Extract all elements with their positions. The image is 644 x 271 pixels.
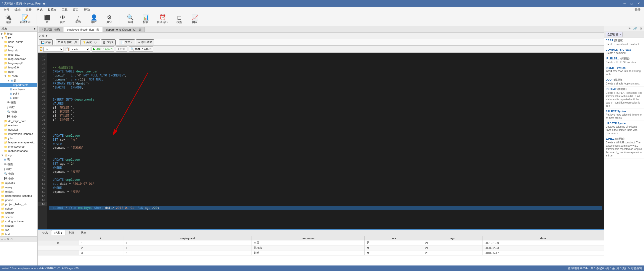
snippet-update[interactable]: UPDATE Syntax Updates columns of existin…: [604, 121, 644, 136]
sidebar-item-project-biding[interactable]: 📁 project_biding_db: [0, 202, 37, 207]
sidebar-item-blogv2[interactable]: 📁 blogv2.0: [0, 65, 37, 70]
sidebar-item-my-queries[interactable]: 🔍 查询: [0, 171, 37, 176]
sidebar-item-student[interactable]: 📁 student: [0, 224, 37, 228]
sidebar-item-functions[interactable]: ƒ 函数: [0, 105, 37, 110]
sidebar-item-base-admin[interactable]: 📁 base_admin: [0, 40, 37, 44]
sidebar-item-league[interactable]: 📁 league_managesystem: [0, 140, 37, 145]
sidebar-item-views[interactable]: 👁 视图: [0, 100, 37, 105]
minimize-btn[interactable]: ─: [621, 1, 628, 6]
sidebar-add-btn[interactable]: +: [1, 237, 3, 241]
sidebar-item-test[interactable]: 📁 test: [0, 232, 37, 236]
snippet-if-else[interactable]: IF...ELSE... (简易版) Create a IF...ELSE co…: [604, 56, 644, 65]
sidebar-item-csdn[interactable]: ▼ 📁 csdn: [0, 74, 37, 78]
menu-edit[interactable]: 编辑: [12, 7, 23, 13]
toolbar-chart[interactable]: 📈 图表: [189, 14, 201, 25]
sidebar-item-my[interactable]: ▼ 🗄 my: [0, 153, 37, 157]
results-tab-status[interactable]: 状态: [77, 230, 90, 235]
schema-select[interactable]: csdn: [70, 47, 90, 52]
tab-untitled-query[interactable]: * 无标题 - 查询: [39, 27, 63, 32]
sidebar-item-db-lezjie[interactable]: 📁 db_lezjie_note: [0, 119, 37, 123]
sidebar-item-point[interactable]: ⊞ point: [0, 92, 37, 96]
sidebar-close-btn[interactable]: ✕: [7, 237, 10, 241]
sidebar-item-mobiledatabase[interactable]: 📁 mobiledatabase: [0, 149, 37, 153]
beautify-button[interactable]: ✨ 美化 SQL: [80, 39, 100, 45]
toolbar-other[interactable]: ⚙ 其它: [103, 14, 116, 25]
sidebar-item-phone[interactable]: 📁 phone: [0, 198, 37, 202]
snippet-while[interactable]: WHILE (简易版) Create a WHILE construct. Th…: [604, 136, 644, 158]
toolbar-table[interactable]: ⬛ 表: [41, 15, 53, 24]
toolbar-autorun[interactable]: ⏰ 自动运行: [155, 14, 170, 25]
menu-view[interactable]: 查看: [23, 7, 34, 13]
sidebar-item-book[interactable]: 📁 book: [0, 70, 37, 74]
sidebar-item-eladmin[interactable]: 📁 eladmin: [0, 123, 37, 128]
snippet-select[interactable]: SELECT Syntax Retrieve rows selected fro…: [604, 109, 644, 121]
results-tab-result1[interactable]: 结果 1: [51, 230, 65, 235]
table-row[interactable]: 2 1 韩梅梅 女 21 2020-02-23: [38, 245, 604, 250]
sidebar-link-icon[interactable]: 🔗: [632, 27, 638, 31]
sidebar-item-my-backup[interactable]: 💾 备份: [0, 176, 37, 181]
sql-editor[interactable]: 19 20 21 22 23 24 25 26 27 28 29 30 31 3…: [38, 53, 604, 229]
data-table[interactable]: id employeeid empname sex age data ▶: [38, 236, 604, 255]
text-mode-button[interactable]: 📄 文本 ▾: [119, 39, 135, 45]
toolbar-user[interactable]: 👤 用户: [88, 14, 100, 25]
snippet-case[interactable]: CASE (简易版) Create a conditional construc…: [604, 38, 644, 47]
sidebar-item-springboot-vue[interactable]: 📁 springboot-vue: [0, 219, 37, 224]
sidebar-item-backup[interactable]: 💾 备份: [0, 114, 37, 119]
sidebar-item-my-tables[interactable]: ⊞ 表: [0, 157, 37, 162]
sidebar-item-blog2[interactable]: 📁 blog: [0, 44, 37, 48]
menu-favorites[interactable]: 收藏夹: [45, 7, 59, 13]
code-lines[interactable]: -- 创建部门表 CREATE TABLE departments( `dpmi…: [47, 53, 604, 229]
window-controls[interactable]: ─ □ ✕: [621, 1, 642, 6]
toolbar-connect[interactable]: 🔌 连接: [2, 14, 15, 25]
menu-file[interactable]: 文件: [1, 7, 12, 13]
sidebar-item-blog[interactable]: ▶ 🗄 blog: [0, 32, 37, 36]
sidebar-item-blog-extension[interactable]: 📁 blog-extension: [0, 57, 37, 61]
tab-employee-table[interactable]: employee @csdn (ftz) - 表: [64, 27, 102, 32]
login-button[interactable]: 登录: [632, 7, 643, 13]
sidebar-item-lmonkeyshop[interactable]: 📁 lmonkeyshop: [0, 145, 37, 149]
toolbar-query[interactable]: 🔍 查询: [124, 14, 136, 25]
sidebar-item-my-views[interactable]: 👁 视图: [0, 162, 37, 167]
menu-tools[interactable]: 工具: [59, 7, 70, 13]
tag-label[interactable]: 全部标签 ▾: [606, 32, 623, 37]
query-builder-button[interactable]: ⊞ 查询创建工具: [56, 39, 79, 45]
sidebar-item-mybatis[interactable]: 📁 mybatis: [0, 181, 37, 185]
run-selected-button[interactable]: ▶ 运行已选择的: [92, 46, 114, 52]
sidebar-view-icon[interactable]: 👁: [627, 27, 631, 31]
snippet-comments[interactable]: COMMENTS Create Create a comment: [604, 47, 644, 56]
menu-format[interactable]: 格式: [34, 7, 45, 13]
sidebar-item-my-functions[interactable]: ƒ 函数: [0, 167, 37, 171]
sidebar-item-employee[interactable]: ⊞ employee: [0, 87, 37, 92]
sidebar-item-mytest[interactable]: 📁 mytest: [0, 190, 37, 194]
sidebar-item-hospital[interactable]: 📁 hospital: [0, 128, 37, 132]
sidebar-item-departments[interactable]: ⊞ departments: [0, 83, 37, 87]
sidebar-item-ftz[interactable]: ▼ 🗄 ftz: [0, 36, 37, 40]
menu-window[interactable]: 窗口: [70, 7, 81, 13]
toolbar-new-query[interactable]: 📝 新建查询: [18, 14, 33, 25]
sidebar-item-blog-db1[interactable]: 📁 blog_db1: [0, 53, 37, 57]
sidebar-item-school[interactable]: 📁 school: [0, 207, 37, 211]
toolbar-function[interactable]: ƒ 函数: [72, 15, 85, 24]
export-button[interactable]: → 导出结果: [136, 39, 154, 45]
snippet-insert[interactable]: INSERT Syntax Insert new rows into an ex…: [604, 65, 644, 77]
sidebar-remove-btn[interactable]: −: [4, 237, 6, 241]
results-tab-profile[interactable]: 剖析: [65, 230, 77, 235]
stop-button[interactable]: ■ 停止: [116, 46, 127, 52]
sidebar-item-tables[interactable]: ▼ ⊞ 表: [0, 78, 37, 83]
results-tab-info[interactable]: 信息: [39, 230, 51, 235]
save-button[interactable]: 💾 保存: [39, 39, 53, 45]
code-snippet-button[interactable]: {} 代码段: [101, 39, 116, 45]
sidebar-item-soccer[interactable]: 📁 soccer: [0, 215, 37, 219]
sidebar-refresh-btn[interactable]: ⟳: [11, 237, 13, 241]
snippet-loop[interactable]: LOOP (简易版) Create a simple loop construc…: [604, 77, 644, 86]
toolbar-model[interactable]: ◻ 模型: [173, 14, 186, 25]
sidebar-item-information-schema[interactable]: 📁 information_schema: [0, 132, 37, 136]
snippet-repeat[interactable]: REPEAT (简易版) Create a REPEAT construct. …: [604, 86, 644, 109]
sidebar-item-jdbc[interactable]: 📁 jdbc: [0, 136, 37, 140]
db-select[interactable]: ftz: [43, 47, 63, 52]
maximize-btn[interactable]: □: [629, 1, 634, 6]
table-row[interactable]: ▶ 1 1 李霄 男 21 2021-01-09: [38, 240, 604, 245]
sidebar-item-smbms[interactable]: 📁 smbms: [0, 211, 37, 215]
sidebar-item-sys[interactable]: 📁 sys: [0, 228, 37, 232]
sidebar-item-mysql[interactable]: 📁 mysql: [0, 185, 37, 190]
